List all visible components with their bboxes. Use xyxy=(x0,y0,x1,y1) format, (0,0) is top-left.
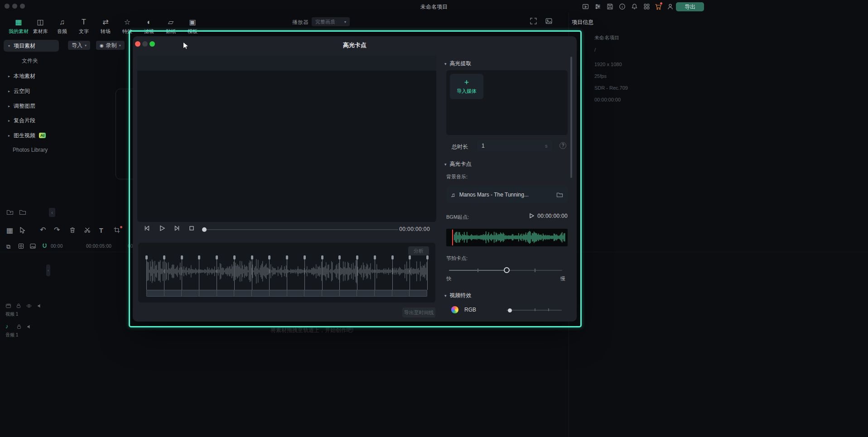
play-button[interactable] xyxy=(157,223,167,233)
copy-icon[interactable]: ⧉ xyxy=(6,243,10,251)
tab-sticker[interactable]: ▱ 贴纸 xyxy=(160,18,182,35)
panel-scrollbar[interactable] xyxy=(570,57,572,178)
adjust-panel-icon[interactable] xyxy=(594,3,601,10)
lock-icon[interactable] xyxy=(16,324,22,330)
preview-icon[interactable] xyxy=(30,243,36,249)
crop-icon[interactable] xyxy=(113,226,121,234)
notifications-bell-icon[interactable] xyxy=(631,3,638,10)
tab-filter[interactable]: ◐ 滤镜 xyxy=(138,18,160,35)
split-scissors-icon[interactable] xyxy=(84,226,91,234)
sidebar-item-compound-clip[interactable]: ▸ 复合片段 xyxy=(4,115,59,126)
record-button[interactable]: ◉ 录制 ▾ xyxy=(96,41,125,50)
export-to-timeline-button[interactable]: 导出至时间线 xyxy=(402,307,435,317)
my-assets-icon: ▦ xyxy=(15,18,22,26)
prev-frame-button[interactable] xyxy=(142,223,152,233)
media-manager-icon[interactable] xyxy=(582,3,589,10)
open-folder-icon[interactable] xyxy=(19,209,26,216)
magnet-icon[interactable] xyxy=(42,243,48,249)
beat-speed-slider[interactable] xyxy=(449,266,562,274)
beat-analysis-panel: 分析 xyxy=(138,243,435,303)
sidebar-item-adjustment-layer[interactable]: ▸ 调整图层 xyxy=(4,100,59,112)
chevron-down-icon: ▾ xyxy=(85,43,87,48)
slider-handle[interactable] xyxy=(504,267,510,273)
effect-intensity-slider[interactable] xyxy=(506,307,562,313)
text-icon: T xyxy=(82,18,86,26)
mask-icon[interactable] xyxy=(18,243,24,249)
stop-button[interactable] xyxy=(187,223,197,233)
video-cover-icon[interactable] xyxy=(5,303,11,309)
chevron-right-icon: ▸ xyxy=(8,89,10,93)
section-video-effects[interactable]: ▾ 视频特效 xyxy=(444,292,472,299)
mute-track-icon[interactable] xyxy=(27,324,32,330)
video-track-label: 视频 1 xyxy=(5,311,18,317)
tab-effects[interactable]: ☆ 特效 xyxy=(116,18,138,35)
sidebar-item-folder[interactable]: 文件夹 xyxy=(17,55,72,67)
total-duration-input[interactable] xyxy=(477,140,552,151)
quality-dropdown[interactable]: 完整画质 ▾ xyxy=(312,17,350,26)
chevron-left-icon: ‹ xyxy=(51,210,53,215)
fit-screen-icon[interactable] xyxy=(530,18,537,24)
export-button[interactable]: 导出 xyxy=(676,2,704,11)
text-tool-icon[interactable]: T xyxy=(99,226,103,235)
collapse-panel-button[interactable]: ‹ xyxy=(49,208,55,217)
import-button[interactable]: 导入 ▾ xyxy=(68,41,90,50)
project-framerate-value: 25fps xyxy=(594,73,607,79)
tab-my-assets[interactable]: ▦ 我的素材 xyxy=(8,18,29,35)
mute-track-icon[interactable] xyxy=(37,303,43,309)
sidebar-item-cloud-space[interactable]: ▸ 云空间 xyxy=(4,85,59,97)
browse-folder-icon[interactable] xyxy=(556,192,563,198)
seek-handle[interactable] xyxy=(202,227,207,232)
hide-track-icon[interactable] xyxy=(26,303,32,309)
redo-icon[interactable]: ↷ xyxy=(54,226,60,234)
chevron-right-icon: ▸ xyxy=(8,119,10,123)
bgm-playhead[interactable] xyxy=(452,230,453,245)
new-folder-icon[interactable] xyxy=(6,209,14,216)
asset-tabs: ▦ 我的素材 ◫ 素材库 ♫ 音频 T 文字 ⇄ 转场 ☆ 特效 ◐ 滤镜 ▱ … xyxy=(8,18,203,35)
section-highlight-beat[interactable]: ▾ 高光卡点 xyxy=(444,160,472,168)
select-cursor-icon[interactable] xyxy=(19,227,26,234)
help-icon[interactable]: ? xyxy=(559,142,566,149)
apps-grid-icon[interactable] xyxy=(643,3,650,10)
sidebar-item-project-assets[interactable]: ▾ 项目素材 xyxy=(4,40,59,52)
save-icon[interactable] xyxy=(607,3,613,10)
slider-handle[interactable] xyxy=(508,308,512,312)
tab-template[interactable]: ▣ 模板 xyxy=(182,18,203,35)
notification-dot xyxy=(120,226,122,228)
slider-tick xyxy=(548,308,549,311)
analyze-button[interactable]: 分析 xyxy=(408,246,429,255)
user-account-icon[interactable] xyxy=(667,3,674,10)
bgm-start-label: BGM起点: xyxy=(446,214,469,221)
timeline-hint: 将素材拖拽至轨道上，开始创作吧! xyxy=(270,327,353,334)
seek-track[interactable] xyxy=(204,229,398,230)
bgm-waveform-box[interactable] xyxy=(446,229,568,246)
effect-row-rgb[interactable]: RGB xyxy=(451,306,476,313)
ruler-mark: 00:00:05:00 xyxy=(86,244,111,249)
beat-markers[interactable] xyxy=(146,255,427,290)
import-media-button[interactable]: + 导入媒体 xyxy=(450,74,483,99)
info-icon[interactable] xyxy=(619,3,626,10)
preview-image-icon[interactable] xyxy=(545,18,552,24)
layout-grid-icon[interactable]: ▦ xyxy=(6,226,13,235)
tab-library[interactable]: ◫ 素材库 xyxy=(29,18,51,35)
preview-timecode: 00:00:00:00 xyxy=(386,226,430,232)
sidebar-item-photos-library[interactable]: Photos Library xyxy=(8,144,63,156)
track-panel-collapse[interactable]: ‹ xyxy=(46,264,50,276)
dialog-title: 高光卡点 xyxy=(133,41,577,49)
undo-icon[interactable]: ↶ xyxy=(40,226,46,234)
bgm-track-row[interactable]: ♫ Manos Mars - The Tunning... xyxy=(446,187,568,203)
next-frame-button[interactable] xyxy=(172,223,182,233)
section-highlight-extract[interactable]: ▾ 高光提取 xyxy=(444,60,472,67)
sidebar-item-image-to-video[interactable]: ▸ 图生视频 AI xyxy=(4,130,59,141)
lock-icon[interactable] xyxy=(16,303,21,309)
tab-text[interactable]: T 文字 xyxy=(73,18,95,35)
titlebar: 未命名项目 导出 xyxy=(0,0,868,13)
ruler-mark: 00:00 xyxy=(51,244,63,249)
tab-transition[interactable]: ⇄ 转场 xyxy=(95,18,116,35)
sidebar-item-local-assets[interactable]: ▸ 本地素材 xyxy=(4,70,59,82)
cart-icon[interactable] xyxy=(655,3,661,10)
effect-name: RGB xyxy=(464,307,476,313)
bgm-waveform xyxy=(454,231,565,244)
slider-track[interactable] xyxy=(506,310,562,311)
tab-audio[interactable]: ♫ 音频 xyxy=(51,18,73,35)
delete-icon[interactable] xyxy=(69,226,76,234)
